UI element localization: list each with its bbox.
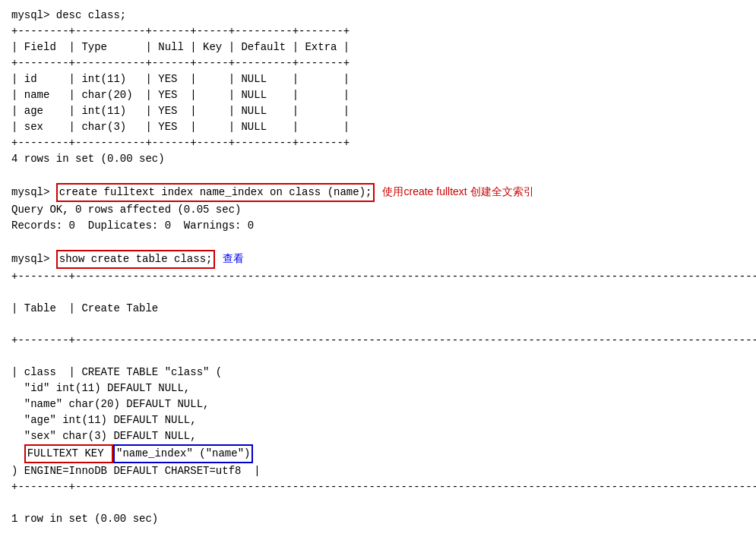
create-fulltext-line: mysql> create fulltext index name_index … <box>11 183 745 202</box>
rows-count-2: 1 row in set (0.00 sec) <box>11 511 745 527</box>
blank5 <box>11 349 745 365</box>
create-line4: "age" int(11) DEFAULT NULL, <box>11 412 745 428</box>
row-age: | age | int(11) | YES | | NULL | | <box>11 103 745 119</box>
fulltext-key-prefix <box>11 446 24 462</box>
show-create-cmd: show create table class; <box>56 250 216 269</box>
create-line3: "name" char(20) DEFAULT NULL, <box>11 396 745 412</box>
blank6 <box>11 495 745 511</box>
fulltext-key-label: FULLTEXT KEY <box>24 444 113 463</box>
query-ok: Query OK, 0 rows affected (0.05 sec) <box>11 202 745 218</box>
sep-long1: +--------+------------------------------… <box>11 269 745 285</box>
header2: | Table | Create Table <box>11 301 745 317</box>
blank4 <box>11 317 745 333</box>
create-line1: | class | CREATE TABLE "class" ( <box>11 365 745 381</box>
blank3 <box>11 285 745 301</box>
row-id: | id | int(11) | YES | | NULL | | <box>11 71 745 87</box>
create-fulltext-annotation: 使用create fulltext 创建全文索引 <box>382 184 533 200</box>
fulltext-key-value: "name_index" ("name") <box>113 444 253 463</box>
sep-long3: +--------+------------------------------… <box>11 479 745 495</box>
blank2 <box>11 234 745 250</box>
terminal-output: mysql> desc class; +--------+-----------… <box>11 8 745 527</box>
sep2: +--------+-----------+------+-----+-----… <box>11 55 745 71</box>
create-line2: "id" int(11) DEFAULT NULL, <box>11 381 745 396</box>
prompt-prefix-2: mysql> <box>11 185 56 201</box>
header-row: | Field | Type | Null | Key | Default | … <box>11 39 745 55</box>
show-create-line: mysql> show create table class;查看 <box>11 250 745 269</box>
row-name: | name | char(20) | YES | | NULL | | <box>11 87 745 103</box>
create-line5: "sex" char(3) DEFAULT NULL, <box>11 428 745 444</box>
create-line7: ) ENGINE=InnoDB DEFAULT CHARSET=utf8 | <box>11 463 745 479</box>
create-fulltext-cmd: create fulltext index name_index on clas… <box>56 183 375 202</box>
blank1 <box>11 167 745 183</box>
sep3: +--------+-----------+------+-----+-----… <box>11 135 745 151</box>
fulltext-key-line: FULLTEXT KEY "name_index" ("name") <box>11 444 745 463</box>
row-sex: | sex | char(3) | YES | | NULL | | <box>11 119 745 135</box>
records: Records: 0 Duplicates: 0 Warnings: 0 <box>11 218 745 234</box>
sep-long2: +--------+------------------------------… <box>11 333 745 349</box>
show-create-annotation: 查看 <box>223 251 244 267</box>
desc-prompt: mysql> desc class; <box>11 8 745 24</box>
rows-count-1: 4 rows in set (0.00 sec) <box>11 151 745 167</box>
prompt-prefix-3: mysql> <box>11 251 56 267</box>
sep1: +--------+-----------+------+-----+-----… <box>11 24 745 39</box>
